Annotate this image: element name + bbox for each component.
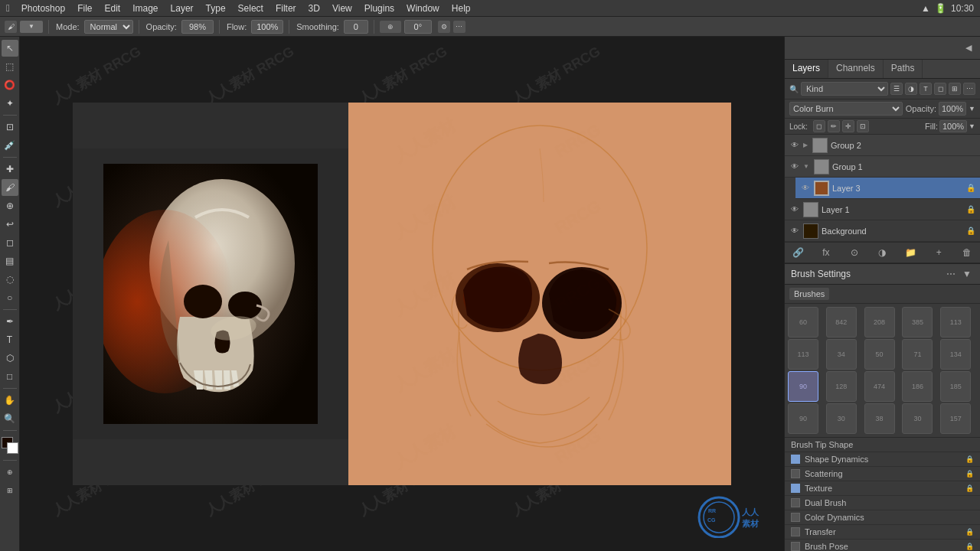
visibility-eye-group1[interactable]: 👁	[789, 161, 800, 172]
lasso-tool[interactable]: ⭕	[2, 77, 18, 93]
menu-3d[interactable]: 3D	[303, 2, 325, 15]
brush-preset-7[interactable]: 34	[826, 339, 857, 370]
mode-select[interactable]: Normal	[84, 20, 133, 34]
kind-filter-select[interactable]: Kind	[801, 82, 888, 96]
layer-item-group1[interactable]: 👁 ▼ Group 1	[785, 156, 980, 178]
delete-layer-btn[interactable]: 🗑	[960, 246, 974, 259]
fill-dropdown-icon[interactable]: ▼	[969, 122, 975, 130]
menu-type[interactable]: Type	[201, 2, 231, 15]
brush-preset-1[interactable]: 60	[788, 307, 818, 337]
blend-mode-select[interactable]: Color Burn Normal Multiply	[789, 102, 903, 116]
blur-tool[interactable]: ◌	[2, 271, 18, 288]
zoom-tool[interactable]: 🔍	[2, 410, 18, 427]
brush-tool[interactable]: 🖌	[2, 179, 18, 196]
layer-item-layer1[interactable]: 👁 Layer 1 🔒	[785, 199, 980, 220]
menu-filter[interactable]: Filter	[270, 2, 302, 15]
brush-settings-menu-icon[interactable]: ⋯	[944, 267, 958, 281]
brush-options-icon[interactable]: ⋯	[453, 21, 466, 33]
crop-tool[interactable]: ⊡	[2, 119, 18, 135]
brush-settings-expand-icon[interactable]: ▼	[960, 267, 974, 281]
opacity-input[interactable]	[939, 102, 966, 116]
shape-dynamics-checkbox[interactable]	[791, 455, 800, 464]
setting-brush-pose[interactable]: Brush Pose 🔒	[785, 540, 980, 551]
type-tool[interactable]: T	[2, 331, 18, 348]
brush-preset-4[interactable]: 385	[902, 307, 933, 337]
layer-item-layer3[interactable]: 👁 Layer 3 🔒	[795, 178, 980, 199]
color-dynamics-checkbox[interactable]	[791, 513, 800, 522]
brush-preset-20[interactable]: 157	[940, 403, 971, 434]
layer-style-btn[interactable]: fx	[819, 246, 833, 259]
angle-icon[interactable]: ⊕	[380, 21, 401, 33]
new-layer-btn[interactable]: +	[932, 246, 946, 259]
tab-paths[interactable]: Paths	[884, 60, 923, 78]
layer-extra-filter[interactable]: ⋯	[963, 83, 975, 95]
visibility-eye-layer3[interactable]: 👁	[800, 183, 811, 194]
layer-adjustment-filter[interactable]: ◑	[905, 83, 917, 95]
tab-layers[interactable]: Layers	[785, 60, 828, 78]
layer-pixel-filter[interactable]: ☰	[890, 83, 903, 95]
lock-image-btn[interactable]: ✏	[828, 120, 840, 132]
layer-item-group2[interactable]: 👁 ▶ Group 2	[785, 135, 980, 156]
dodge-tool[interactable]: ○	[2, 289, 18, 306]
hand-tool[interactable]: ✋	[2, 392, 18, 409]
lock-transparent-btn[interactable]: ◻	[813, 120, 825, 132]
menu-select[interactable]: Select	[233, 2, 269, 15]
brush-preset-17[interactable]: 30	[826, 403, 857, 434]
clone-stamp-tool[interactable]: ⊕	[2, 197, 18, 214]
menu-layer[interactable]: Layer	[165, 2, 199, 15]
visibility-eye-background[interactable]: 👁	[789, 226, 800, 236]
brush-preset-16[interactable]: 90	[788, 403, 818, 434]
flow-input[interactable]	[251, 20, 283, 34]
setting-transfer[interactable]: Transfer 🔒	[785, 525, 980, 540]
layer-smart-filter[interactable]: ⊞	[949, 83, 961, 95]
brush-preset-19[interactable]: 30	[902, 403, 933, 434]
visibility-eye-layer1[interactable]: 👁	[789, 204, 800, 215]
apple-logo-icon[interactable]: 	[6, 2, 10, 14]
magic-wand-tool[interactable]: ✦	[2, 95, 18, 112]
adjustment-layer-btn[interactable]: ◑	[875, 246, 889, 259]
brush-preset-icon[interactable]: ▼	[20, 21, 43, 33]
brush-preset-11[interactable]: 90	[788, 371, 818, 402]
brush-preset-10[interactable]: 134	[940, 339, 971, 370]
group-arrow-group1[interactable]: ▼	[803, 163, 809, 170]
settings-icon[interactable]: ⚙	[438, 21, 450, 33]
menu-window[interactable]: Window	[401, 2, 445, 15]
menu-help[interactable]: Help	[446, 2, 476, 15]
brush-preset-14[interactable]: 186	[902, 371, 933, 402]
transfer-checkbox[interactable]	[791, 527, 800, 536]
drawing-canvas-panel[interactable]: 人人素材 RRCG 人人素材 RRCG 人人素材 RRCG 人人素材 RRCG …	[348, 103, 731, 485]
menu-photoshop[interactable]: Photoshop	[16, 2, 70, 15]
layer-item-background[interactable]: 👁 Background 🔒	[785, 220, 980, 242]
brush-preset-13[interactable]: 474	[864, 371, 895, 402]
smoothing-input[interactable]	[344, 20, 368, 34]
menu-image[interactable]: Image	[127, 2, 163, 15]
layer-mask-btn[interactable]: ⊙	[848, 246, 861, 259]
opacity-dropdown-icon[interactable]: ▼	[969, 105, 975, 112]
setting-shape-dynamics[interactable]: Shape Dynamics 🔒	[785, 452, 980, 467]
lock-position-btn[interactable]: ✛	[842, 120, 854, 132]
scattering-checkbox[interactable]	[791, 469, 800, 478]
menu-file[interactable]: File	[72, 2, 97, 15]
rectangular-marquee-tool[interactable]: ⬚	[2, 58, 18, 75]
brush-preset-3[interactable]: 208	[864, 307, 895, 337]
setting-scattering[interactable]: Scattering 🔒	[785, 467, 980, 481]
foreground-background-colors[interactable]	[2, 437, 18, 454]
group-layers-btn[interactable]: 📁	[903, 246, 917, 259]
brush-pose-checkbox[interactable]	[791, 542, 800, 551]
brush-preset-12[interactable]: 128	[826, 371, 857, 402]
brush-preset-18[interactable]: 38	[864, 403, 895, 434]
brush-preset-15[interactable]: 185	[940, 371, 971, 402]
brush-preset-6[interactable]: 113	[788, 339, 818, 370]
brush-preset-5[interactable]: 113	[940, 307, 971, 337]
visibility-eye-group2[interactable]: 👁	[789, 140, 800, 151]
quick-mask-icon[interactable]: ⊕	[2, 464, 18, 481]
angle-input[interactable]	[404, 20, 432, 34]
history-brush-tool[interactable]: ↩	[2, 216, 18, 233]
setting-texture[interactable]: Texture 🔒	[785, 481, 980, 496]
setting-brush-tip-shape[interactable]: Brush Tip Shape	[785, 438, 980, 452]
background-color-swatch[interactable]	[7, 442, 18, 454]
eraser-tool[interactable]: ◻	[2, 234, 18, 251]
screen-mode-icon[interactable]: ⊞	[2, 482, 18, 499]
opacity-input[interactable]	[181, 20, 214, 34]
menu-edit[interactable]: Edit	[99, 2, 126, 15]
